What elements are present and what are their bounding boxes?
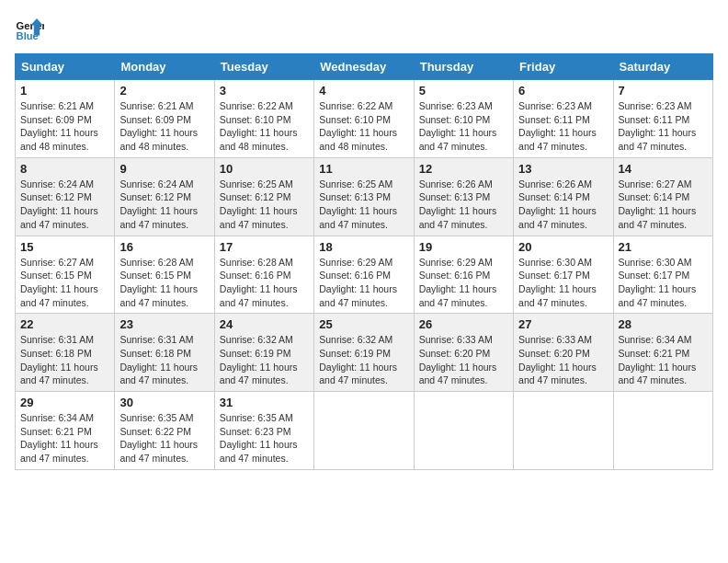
day-info: Sunrise: 6:22 AM Sunset: 6:10 PM Dayligh… <box>319 99 408 154</box>
day-number: 7 <box>619 84 708 98</box>
day-number: 22 <box>20 317 109 331</box>
weekday-monday: Monday <box>115 54 214 80</box>
calendar-cell: 2Sunrise: 6:21 AM Sunset: 6:09 PM Daylig… <box>115 80 214 158</box>
weekday-thursday: Thursday <box>414 54 513 80</box>
day-info: Sunrise: 6:24 AM Sunset: 6:12 PM Dayligh… <box>119 178 209 232</box>
day-info: Sunrise: 6:34 AM Sunset: 6:21 PM Dayligh… <box>20 411 109 465</box>
calendar-cell: 29Sunrise: 6:34 AM Sunset: 6:21 PM Dayli… <box>16 392 115 470</box>
calendar-cell: 1Sunrise: 6:21 AM Sunset: 6:09 PM Daylig… <box>16 80 115 158</box>
calendar-cell: 19Sunrise: 6:29 AM Sunset: 6:16 PM Dayli… <box>414 236 513 314</box>
calendar-cell: 27Sunrise: 6:33 AM Sunset: 6:20 PM Dayli… <box>514 314 613 392</box>
day-info: Sunrise: 6:25 AM Sunset: 6:12 PM Dayligh… <box>220 178 309 232</box>
day-info: Sunrise: 6:34 AM Sunset: 6:21 PM Dayligh… <box>619 333 708 387</box>
day-number: 12 <box>419 162 508 176</box>
day-number: 10 <box>220 162 309 176</box>
calendar-cell: 4Sunrise: 6:22 AM Sunset: 6:10 PM Daylig… <box>314 80 414 158</box>
day-number: 6 <box>518 84 608 98</box>
calendar-cell: 3Sunrise: 6:22 AM Sunset: 6:10 PM Daylig… <box>214 80 313 158</box>
calendar-cell: 26Sunrise: 6:33 AM Sunset: 6:20 PM Dayli… <box>414 314 513 392</box>
calendar-cell: 14Sunrise: 6:27 AM Sunset: 6:14 PM Dayli… <box>613 157 712 236</box>
calendar-cell: 5Sunrise: 6:23 AM Sunset: 6:10 PM Daylig… <box>414 80 513 158</box>
day-info: Sunrise: 6:33 AM Sunset: 6:20 PM Dayligh… <box>518 333 608 387</box>
weekday-sunday: Sunday <box>16 54 115 80</box>
day-info: Sunrise: 6:33 AM Sunset: 6:20 PM Dayligh… <box>419 333 508 387</box>
calendar-body: 1Sunrise: 6:21 AM Sunset: 6:09 PM Daylig… <box>16 80 713 470</box>
day-number: 9 <box>119 162 209 176</box>
calendar-cell: 16Sunrise: 6:28 AM Sunset: 6:15 PM Dayli… <box>115 236 214 314</box>
day-info: Sunrise: 6:23 AM Sunset: 6:10 PM Dayligh… <box>419 99 508 154</box>
day-number: 14 <box>619 162 708 176</box>
calendar-cell: 23Sunrise: 6:31 AM Sunset: 6:18 PM Dayli… <box>115 314 214 392</box>
day-number: 21 <box>619 240 708 254</box>
calendar-cell: 18Sunrise: 6:29 AM Sunset: 6:16 PM Dayli… <box>314 236 414 314</box>
day-number: 29 <box>20 396 109 409</box>
calendar-week-4: 22Sunrise: 6:31 AM Sunset: 6:18 PM Dayli… <box>16 314 713 392</box>
logo: General Blue <box>15 15 44 44</box>
day-number: 30 <box>119 396 209 409</box>
calendar-week-3: 15Sunrise: 6:27 AM Sunset: 6:15 PM Dayli… <box>16 236 713 314</box>
calendar-cell: 13Sunrise: 6:26 AM Sunset: 6:14 PM Dayli… <box>514 157 613 236</box>
calendar-cell: 25Sunrise: 6:32 AM Sunset: 6:19 PM Dayli… <box>314 314 414 392</box>
calendar-cell <box>414 392 513 470</box>
day-number: 4 <box>319 84 408 98</box>
calendar-cell: 21Sunrise: 6:30 AM Sunset: 6:17 PM Dayli… <box>613 236 712 314</box>
day-number: 15 <box>20 240 109 254</box>
day-number: 8 <box>20 162 109 176</box>
day-number: 28 <box>619 317 708 331</box>
calendar-week-1: 1Sunrise: 6:21 AM Sunset: 6:09 PM Daylig… <box>16 80 713 158</box>
day-info: Sunrise: 6:23 AM Sunset: 6:11 PM Dayligh… <box>518 99 608 154</box>
logo-icon: General Blue <box>15 15 44 44</box>
calendar-cell: 20Sunrise: 6:30 AM Sunset: 6:17 PM Dayli… <box>514 236 613 314</box>
day-number: 17 <box>220 240 309 254</box>
day-info: Sunrise: 6:26 AM Sunset: 6:14 PM Dayligh… <box>518 178 608 232</box>
day-number: 25 <box>319 317 408 331</box>
calendar-cell: 28Sunrise: 6:34 AM Sunset: 6:21 PM Dayli… <box>613 314 712 392</box>
calendar-cell: 31Sunrise: 6:35 AM Sunset: 6:23 PM Dayli… <box>214 392 313 470</box>
day-info: Sunrise: 6:35 AM Sunset: 6:23 PM Dayligh… <box>220 411 309 465</box>
day-number: 1 <box>20 84 109 98</box>
day-info: Sunrise: 6:30 AM Sunset: 6:17 PM Dayligh… <box>518 256 608 310</box>
page-header: General Blue <box>15 15 713 44</box>
calendar-cell: 22Sunrise: 6:31 AM Sunset: 6:18 PM Dayli… <box>16 314 115 392</box>
day-info: Sunrise: 6:28 AM Sunset: 6:15 PM Dayligh… <box>119 256 209 310</box>
day-number: 23 <box>119 317 209 331</box>
day-number: 20 <box>518 240 608 254</box>
calendar-cell: 24Sunrise: 6:32 AM Sunset: 6:19 PM Dayli… <box>214 314 313 392</box>
calendar-cell: 6Sunrise: 6:23 AM Sunset: 6:11 PM Daylig… <box>514 80 613 158</box>
calendar-cell: 17Sunrise: 6:28 AM Sunset: 6:16 PM Dayli… <box>214 236 313 314</box>
weekday-header-row: SundayMondayTuesdayWednesdayThursdayFrid… <box>16 54 713 80</box>
day-info: Sunrise: 6:32 AM Sunset: 6:19 PM Dayligh… <box>220 333 309 387</box>
day-info: Sunrise: 6:27 AM Sunset: 6:14 PM Dayligh… <box>619 178 708 232</box>
day-number: 5 <box>419 84 508 98</box>
calendar-cell: 12Sunrise: 6:26 AM Sunset: 6:13 PM Dayli… <box>414 157 513 236</box>
calendar-cell: 9Sunrise: 6:24 AM Sunset: 6:12 PM Daylig… <box>115 157 214 236</box>
calendar-week-5: 29Sunrise: 6:34 AM Sunset: 6:21 PM Dayli… <box>16 392 713 470</box>
day-info: Sunrise: 6:29 AM Sunset: 6:16 PM Dayligh… <box>319 256 408 310</box>
day-number: 11 <box>319 162 408 176</box>
calendar-cell <box>314 392 414 470</box>
day-info: Sunrise: 6:31 AM Sunset: 6:18 PM Dayligh… <box>20 333 109 387</box>
weekday-wednesday: Wednesday <box>314 54 414 80</box>
day-info: Sunrise: 6:31 AM Sunset: 6:18 PM Dayligh… <box>119 333 209 387</box>
day-info: Sunrise: 6:23 AM Sunset: 6:11 PM Dayligh… <box>619 99 708 154</box>
day-info: Sunrise: 6:24 AM Sunset: 6:12 PM Dayligh… <box>20 178 109 232</box>
weekday-tuesday: Tuesday <box>214 54 313 80</box>
calendar-cell <box>514 392 613 470</box>
day-info: Sunrise: 6:32 AM Sunset: 6:19 PM Dayligh… <box>319 333 408 387</box>
calendar-cell <box>613 392 712 470</box>
day-info: Sunrise: 6:29 AM Sunset: 6:16 PM Dayligh… <box>419 256 508 310</box>
calendar-table: SundayMondayTuesdayWednesdayThursdayFrid… <box>15 53 713 470</box>
day-info: Sunrise: 6:30 AM Sunset: 6:17 PM Dayligh… <box>619 256 708 310</box>
calendar-cell: 10Sunrise: 6:25 AM Sunset: 6:12 PM Dayli… <box>214 157 313 236</box>
calendar-cell: 8Sunrise: 6:24 AM Sunset: 6:12 PM Daylig… <box>16 157 115 236</box>
day-info: Sunrise: 6:21 AM Sunset: 6:09 PM Dayligh… <box>119 99 209 154</box>
day-info: Sunrise: 6:26 AM Sunset: 6:13 PM Dayligh… <box>419 178 508 232</box>
calendar-week-2: 8Sunrise: 6:24 AM Sunset: 6:12 PM Daylig… <box>16 157 713 236</box>
day-number: 16 <box>119 240 209 254</box>
calendar-cell: 11Sunrise: 6:25 AM Sunset: 6:13 PM Dayli… <box>314 157 414 236</box>
day-number: 3 <box>220 84 309 98</box>
calendar-cell: 7Sunrise: 6:23 AM Sunset: 6:11 PM Daylig… <box>613 80 712 158</box>
day-number: 19 <box>419 240 508 254</box>
day-info: Sunrise: 6:28 AM Sunset: 6:16 PM Dayligh… <box>220 256 309 310</box>
weekday-friday: Friday <box>514 54 613 80</box>
